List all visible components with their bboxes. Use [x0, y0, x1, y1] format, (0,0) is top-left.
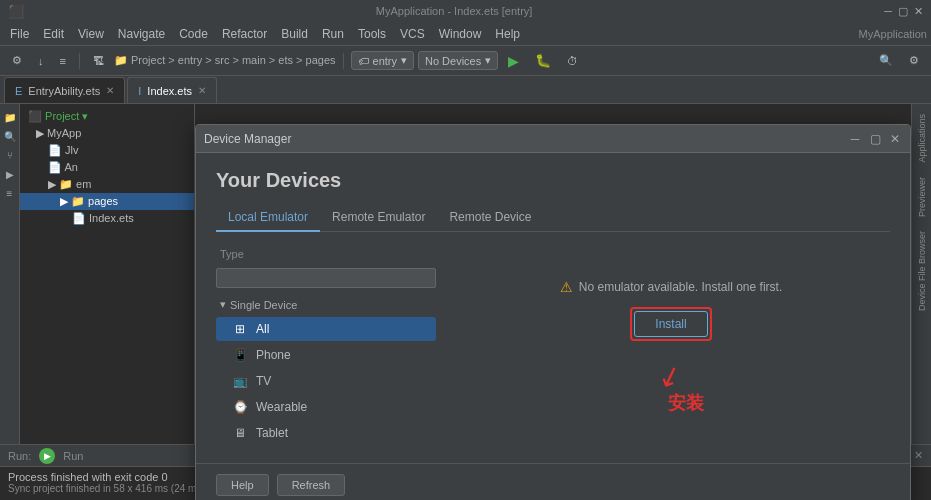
menu-refactor[interactable]: Refactor — [216, 25, 273, 43]
dialog-footer: Help Refresh — [196, 463, 910, 500]
tree-index[interactable]: 📄 Index.ets — [20, 210, 194, 227]
close-btn[interactable]: ✕ — [914, 5, 923, 18]
right-tab-device-file[interactable]: Device File Browser — [915, 225, 929, 317]
menu-window[interactable]: Window — [433, 25, 488, 43]
tree-pages[interactable]: ▶ 📁 pages — [20, 193, 194, 210]
device-item-phone[interactable]: 📱 Phone — [216, 343, 436, 367]
menu-vcs[interactable]: VCS — [394, 25, 431, 43]
entry-icon: 🏷 — [358, 55, 369, 67]
no-emulator-message: ⚠ No emulator available. Install one fir… — [560, 279, 782, 295]
app-title: MyApplication - Index.ets [entry] — [24, 5, 884, 17]
title-bar-controls[interactable]: ─ ▢ ✕ — [884, 5, 923, 18]
activity-project[interactable]: 📁 — [4, 108, 16, 127]
dialog-tab-strip: Local Emulator Remote Emulator Remote De… — [216, 206, 890, 232]
tree-an[interactable]: 📄 An — [20, 159, 194, 176]
dialog-content: Your Devices Local Emulator Remote Emula… — [196, 153, 910, 463]
chevron-down-icon-2: ▾ — [485, 54, 491, 67]
right-panel: Applications Previewer Device File Brows… — [911, 104, 931, 444]
menu-tools[interactable]: Tools — [352, 25, 392, 43]
device-category-single[interactable]: ▾ Single Device — [216, 296, 436, 313]
toolbar: ⚙ ↓ ≡ 🏗 📁 Project > entry > src > main >… — [0, 46, 931, 76]
toolbar-structure[interactable]: 🏗 — [87, 50, 110, 72]
devices-dropdown[interactable]: No Devices ▾ — [418, 51, 498, 70]
watch-icon: ⌚ — [232, 399, 248, 415]
tab-index-close[interactable]: ✕ — [198, 85, 206, 96]
run-play-btn[interactable]: ▶ — [39, 448, 55, 464]
device-label-phone: Phone — [256, 348, 291, 362]
tab-index-icon: I — [138, 85, 141, 97]
tab-local-emulator[interactable]: Local Emulator — [216, 206, 320, 232]
entry-dropdown[interactable]: 🏷 entry ▾ — [351, 51, 414, 70]
project-tree: ⬛ Project ▾ ▶ MyApp 📄 Jlv 📄 An ▶ 📁 em ▶ … — [20, 104, 195, 444]
toolbar-more[interactable]: ≡ — [54, 50, 72, 72]
refresh-button[interactable]: Refresh — [277, 474, 346, 496]
annotation: ↙ 安装 — [638, 363, 704, 415]
dialog-close-btn[interactable]: ✕ — [888, 132, 902, 146]
tab-entryability[interactable]: E EntryAbility.ets ✕ — [4, 77, 125, 103]
activity-git[interactable]: ⑂ — [7, 146, 13, 165]
toolbar-sep-1 — [79, 53, 80, 69]
chevron-down-icon: ▾ — [401, 54, 407, 67]
chevron-down-icon-3: ▾ — [220, 298, 226, 311]
debug-btn[interactable]: 🐛 — [529, 50, 557, 72]
annotation-arrow: ↙ — [654, 359, 685, 393]
menu-build[interactable]: Build — [275, 25, 314, 43]
main-area: 📁 🔍 ⑂ ▶ ≡ ⬛ Project ▾ ▶ MyApp 📄 Jlv 📄 An… — [0, 104, 931, 444]
tab-remote-device[interactable]: Remote Device — [437, 206, 543, 232]
device-label-wearable: Wearable — [256, 400, 307, 414]
title-bar: ⬛ MyApplication - Index.ets [entry] ─ ▢ … — [0, 0, 931, 22]
toolbar-project-settings[interactable]: ⚙ — [6, 50, 28, 72]
run-btn[interactable]: ▶ — [502, 50, 525, 72]
tree-project[interactable]: ⬛ Project ▾ — [20, 108, 194, 125]
right-tab-applications[interactable]: Applications — [915, 108, 929, 169]
menu-view[interactable]: View — [72, 25, 110, 43]
activity-structure[interactable]: ≡ — [7, 184, 13, 203]
run-label: Run: — [8, 450, 31, 462]
device-item-all[interactable]: ⊞ All — [216, 317, 436, 341]
dialog-maximize-btn[interactable]: ▢ — [868, 132, 882, 146]
activity-search[interactable]: 🔍 — [4, 127, 16, 146]
device-manager-dialog: Device Manager ─ ▢ ✕ Your Devices Local … — [195, 124, 911, 500]
menu-code[interactable]: Code — [173, 25, 214, 43]
dialog-controls[interactable]: ─ ▢ ✕ — [848, 132, 902, 146]
tab-entryability-close[interactable]: ✕ — [106, 85, 114, 96]
tree-jlv[interactable]: 📄 Jlv — [20, 142, 194, 159]
menu-file[interactable]: File — [4, 25, 35, 43]
type-label: Type — [216, 246, 436, 262]
menu-bar: File Edit View Navigate Code Refactor Bu… — [0, 22, 931, 46]
search-btn[interactable]: 🔍 — [873, 50, 899, 72]
dialog-minimize-btn[interactable]: ─ — [848, 132, 862, 146]
right-tab-previewer[interactable]: Previewer — [915, 171, 929, 223]
dialog-title: Device Manager — [204, 132, 291, 146]
tree-em[interactable]: ▶ 📁 em — [20, 176, 194, 193]
dialog-title-bar: Device Manager ─ ▢ ✕ — [196, 125, 910, 153]
toolbar-sync[interactable]: ↓ — [32, 50, 50, 72]
menu-help[interactable]: Help — [489, 25, 526, 43]
type-input[interactable] — [216, 268, 436, 288]
maximize-btn[interactable]: ▢ — [898, 5, 908, 18]
device-panel: Type ▾ Single Device ⊞ All — [216, 246, 436, 447]
dialog-heading: Your Devices — [216, 169, 890, 192]
menu-edit[interactable]: Edit — [37, 25, 70, 43]
device-item-wearable[interactable]: ⌚ Wearable — [216, 395, 436, 419]
menu-navigate[interactable]: Navigate — [112, 25, 171, 43]
run-close-icon[interactable]: ✕ — [914, 449, 923, 462]
grid-icon: ⊞ — [232, 321, 248, 337]
dialog-overlay: Device Manager ─ ▢ ✕ Your Devices Local … — [195, 104, 911, 444]
device-label-tablet: Tablet — [256, 426, 288, 440]
tree-myapp[interactable]: ▶ MyApp — [20, 125, 194, 142]
activity-run2[interactable]: ▶ — [6, 165, 14, 184]
warning-icon: ⚠ — [560, 279, 573, 295]
profile-btn[interactable]: ⏱ — [561, 50, 584, 72]
tab-remote-emulator[interactable]: Remote Emulator — [320, 206, 437, 232]
install-button[interactable]: Install — [634, 311, 707, 337]
menu-run[interactable]: Run — [316, 25, 350, 43]
app-icon: ⬛ — [8, 4, 24, 19]
minimize-btn[interactable]: ─ — [884, 5, 892, 17]
device-item-tv[interactable]: 📺 TV — [216, 369, 436, 393]
settings-btn[interactable]: ⚙ — [903, 50, 925, 72]
app-name-label: MyApplication — [859, 28, 927, 40]
tab-index[interactable]: I Index.ets ✕ — [127, 77, 217, 103]
device-item-tablet[interactable]: 🖥 Tablet — [216, 421, 436, 445]
help-button[interactable]: Help — [216, 474, 269, 496]
